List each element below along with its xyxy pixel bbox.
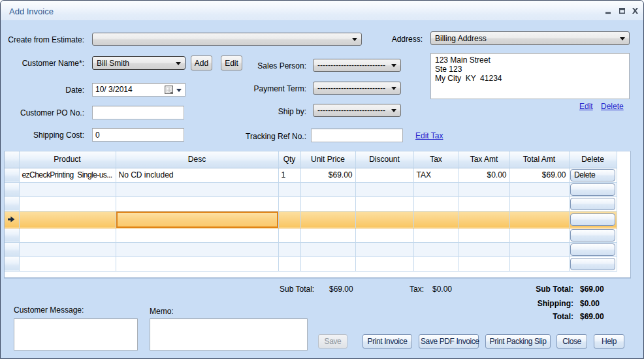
cell-unit-price[interactable] (300, 242, 355, 257)
shipping-cost-input[interactable] (92, 128, 184, 142)
calendar-icon[interactable] (165, 86, 173, 94)
print-invoice-button[interactable]: Print Invoice (362, 334, 412, 349)
cell-total-amt[interactable] (509, 211, 569, 228)
col-header-tax-amt[interactable]: Tax Amt (459, 151, 509, 168)
edit-customer-button[interactable]: Edit (221, 55, 242, 70)
cell-discount[interactable] (355, 242, 413, 257)
cell-product[interactable]: ezCheckPrinting Single-us... (19, 168, 116, 182)
row-selector-current[interactable] (5, 211, 19, 228)
cell-tax-amt[interactable] (459, 196, 509, 211)
create-from-estimate-select[interactable] (92, 33, 362, 46)
cell-total-amt[interactable] (509, 242, 569, 257)
cell-unit-price[interactable] (300, 211, 355, 228)
row-delete-button[interactable] (570, 183, 615, 196)
customer-message-textarea[interactable] (14, 319, 138, 351)
cell-tax[interactable]: TAX (413, 168, 459, 182)
col-header-desc[interactable]: Desc (116, 151, 278, 168)
tracking-ref-input[interactable] (311, 129, 403, 142)
cell-discount[interactable] (355, 211, 413, 228)
cell-unit-price[interactable] (300, 182, 355, 196)
row-selector[interactable] (5, 182, 19, 196)
cell-product[interactable] (19, 211, 116, 228)
address-select[interactable]: Billing Address (430, 31, 630, 45)
cell-discount[interactable] (355, 257, 413, 271)
cell-unit-price[interactable] (300, 257, 355, 271)
cell-qty[interactable] (278, 242, 300, 257)
col-header-tax[interactable]: Tax (413, 151, 459, 168)
cell-total-amt[interactable] (509, 257, 569, 271)
cell-tax-amt[interactable] (459, 242, 509, 257)
cell-desc[interactable] (116, 196, 278, 211)
cell-qty[interactable] (278, 182, 300, 196)
cell-desc[interactable] (116, 182, 278, 196)
cell-tax[interactable] (413, 242, 459, 257)
cell-total-amt[interactable]: $69.00 (509, 168, 569, 182)
cell-qty[interactable]: 1 (278, 168, 300, 182)
cell-desc[interactable] (116, 242, 278, 257)
cell-tax[interactable] (413, 257, 459, 271)
row-delete-button[interactable] (570, 213, 615, 226)
customer-po-input[interactable] (92, 106, 184, 119)
cell-tax-amt[interactable] (459, 211, 509, 228)
cell-product[interactable] (19, 182, 116, 196)
date-field[interactable]: 10/ 3/2014 (92, 83, 185, 97)
row-delete-button[interactable] (570, 258, 615, 270)
cell-total-amt[interactable] (509, 228, 569, 242)
add-customer-button[interactable]: Add (191, 55, 212, 70)
cell-discount[interactable] (355, 168, 413, 182)
cell-product[interactable] (19, 257, 116, 271)
edit-tax-link[interactable]: Edit Tax (415, 131, 443, 140)
cell-tax-amt[interactable]: $0.00 (459, 168, 509, 182)
chevron-down-icon[interactable] (176, 89, 182, 92)
cell-product[interactable] (19, 228, 116, 242)
address-delete-link[interactable]: Delete (601, 102, 624, 111)
cell-unit-price[interactable]: $69.00 (300, 168, 355, 182)
col-header-qty[interactable]: Qty (278, 151, 300, 168)
cell-unit-price[interactable] (300, 196, 355, 211)
cell-discount[interactable] (355, 228, 413, 242)
minimize-button[interactable] (602, 1, 614, 20)
cell-tax-amt[interactable] (459, 228, 509, 242)
row-delete-button[interactable] (570, 229, 615, 242)
cell-tax-amt[interactable] (459, 257, 509, 271)
cell-product[interactable] (19, 242, 116, 257)
memo-textarea[interactable] (150, 319, 308, 351)
col-header-total-amt[interactable]: Total Amt (509, 151, 569, 168)
cell-total-amt[interactable] (509, 182, 569, 196)
row-delete-button[interactable]: Delete (570, 169, 615, 181)
cell-desc[interactable] (116, 257, 278, 271)
cell-tax-amt[interactable] (459, 182, 509, 196)
address-edit-link[interactable]: Edit (579, 102, 593, 111)
cell-desc[interactable]: No CD included (116, 168, 278, 182)
cell-discount[interactable] (355, 182, 413, 196)
cell-desc-active[interactable] (116, 211, 278, 228)
customer-name-select[interactable]: Bill Smith (92, 56, 185, 70)
help-button[interactable]: Help (594, 334, 624, 349)
print-packing-slip-button[interactable]: Print Packing Slip (485, 334, 551, 349)
cell-discount[interactable] (355, 196, 413, 211)
cell-tax[interactable] (413, 211, 459, 228)
save-pdf-invoice-button[interactable]: Save PDF Invoice (419, 334, 479, 349)
col-header-delete[interactable]: Delete (569, 151, 617, 168)
maximize-button[interactable] (616, 1, 628, 20)
save-button[interactable]: Save (318, 334, 347, 349)
row-delete-button[interactable] (570, 243, 615, 256)
row-delete-button[interactable] (570, 198, 615, 210)
row-selector[interactable] (5, 242, 19, 257)
cell-tax[interactable] (413, 182, 459, 196)
cell-total-amt[interactable] (509, 196, 569, 211)
close-window-button[interactable]: Close (556, 334, 587, 349)
cell-desc[interactable] (116, 228, 278, 242)
row-selector[interactable] (5, 257, 19, 271)
cell-tax[interactable] (413, 196, 459, 211)
payment-term-select[interactable]: -------------------------- (313, 82, 401, 95)
close-button[interactable] (629, 1, 641, 20)
col-header-product[interactable]: Product (19, 151, 116, 168)
cell-tax[interactable] (413, 228, 459, 242)
cell-qty[interactable] (278, 257, 300, 271)
row-selector[interactable] (5, 196, 19, 211)
cell-qty[interactable] (278, 211, 300, 228)
row-selector[interactable] (5, 168, 19, 182)
col-header-unit-price[interactable]: Unit Price (300, 151, 355, 168)
ship-by-select[interactable]: -------------------------- (313, 104, 401, 117)
